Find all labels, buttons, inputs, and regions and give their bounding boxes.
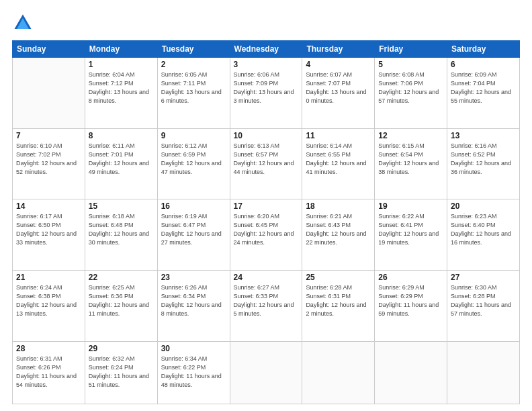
calendar-cell: 17 Sunrise: 6:20 AMSunset: 6:45 PMDaylig… [230,199,302,271]
day-number: 12 [378,131,443,140]
day-info: Sunrise: 6:15 AMSunset: 6:54 PMDaylight:… [378,142,443,177]
day-info: Sunrise: 6:07 AMSunset: 7:07 PMDaylight:… [306,71,371,105]
weekday-header: Monday [85,41,157,58]
day-info: Sunrise: 6:31 AMSunset: 6:26 PMDaylight:… [16,355,81,390]
day-number: 29 [89,344,154,353]
calendar-week-row: 21 Sunrise: 6:24 AMSunset: 6:38 PMDaylig… [13,270,520,341]
calendar-cell [447,341,520,404]
day-number: 6 [451,60,516,69]
calendar-cell: 24 Sunrise: 6:27 AMSunset: 6:33 PMDaylig… [230,270,302,341]
calendar-cell [230,341,302,404]
calendar-cell: 4 Sunrise: 6:07 AMSunset: 7:07 PMDayligh… [302,58,375,129]
calendar-cell: 5 Sunrise: 6:08 AMSunset: 7:06 PMDayligh… [375,58,447,129]
calendar-cell: 6 Sunrise: 6:09 AMSunset: 7:04 PMDayligh… [447,58,520,129]
calendar-cell: 14 Sunrise: 6:17 AMSunset: 6:50 PMDaylig… [13,199,85,271]
day-number: 23 [161,273,226,282]
calendar-cell: 7 Sunrise: 6:10 AMSunset: 7:02 PMDayligh… [13,128,85,199]
day-info: Sunrise: 6:04 AMSunset: 7:12 PMDaylight:… [89,71,154,105]
day-number: 3 [234,60,299,69]
day-number: 26 [378,273,443,282]
calendar-cell: 29 Sunrise: 6:32 AMSunset: 6:24 PMDaylig… [85,341,157,404]
day-number: 18 [306,201,371,211]
calendar-week-row: 1 Sunrise: 6:04 AMSunset: 7:12 PMDayligh… [13,58,520,129]
day-number: 25 [306,273,371,282]
header [12,12,520,34]
calendar-cell [13,58,85,129]
day-number: 17 [234,201,299,211]
logo [12,12,36,34]
day-number: 22 [89,273,154,282]
day-info: Sunrise: 6:08 AMSunset: 7:06 PMDaylight:… [378,71,443,105]
calendar-cell: 10 Sunrise: 6:13 AMSunset: 6:57 PMDaylig… [230,128,302,199]
calendar-cell: 25 Sunrise: 6:28 AMSunset: 6:31 PMDaylig… [302,270,375,341]
day-info: Sunrise: 6:05 AMSunset: 7:11 PMDaylight:… [161,71,226,105]
day-number: 2 [161,60,226,69]
calendar-table: SundayMondayTuesdayWednesdayThursdayFrid… [12,40,520,404]
day-info: Sunrise: 6:28 AMSunset: 6:31 PMDaylight:… [306,283,371,318]
calendar-cell: 16 Sunrise: 6:19 AMSunset: 6:47 PMDaylig… [157,199,230,271]
calendar-cell: 26 Sunrise: 6:29 AMSunset: 6:29 PMDaylig… [375,270,447,341]
day-info: Sunrise: 6:16 AMSunset: 6:52 PMDaylight:… [451,142,516,177]
calendar-cell: 9 Sunrise: 6:12 AMSunset: 6:59 PMDayligh… [157,128,230,199]
calendar-cell: 1 Sunrise: 6:04 AMSunset: 7:12 PMDayligh… [85,58,157,129]
calendar-cell: 12 Sunrise: 6:15 AMSunset: 6:54 PMDaylig… [375,128,447,199]
day-number: 19 [378,201,443,211]
calendar-cell: 19 Sunrise: 6:22 AMSunset: 6:41 PMDaylig… [375,199,447,271]
day-number: 7 [16,131,81,140]
day-number: 14 [16,201,81,211]
calendar-cell: 18 Sunrise: 6:21 AMSunset: 6:43 PMDaylig… [302,199,375,271]
day-number: 5 [378,60,443,69]
day-info: Sunrise: 6:26 AMSunset: 6:34 PMDaylight:… [161,283,226,318]
calendar-week-row: 14 Sunrise: 6:17 AMSunset: 6:50 PMDaylig… [13,199,520,271]
day-number: 9 [161,131,226,140]
calendar-cell: 27 Sunrise: 6:30 AMSunset: 6:28 PMDaylig… [447,270,520,341]
day-number: 20 [451,201,516,211]
calendar-cell: 2 Sunrise: 6:05 AMSunset: 7:11 PMDayligh… [157,58,230,129]
logo-icon [12,12,34,34]
day-info: Sunrise: 6:20 AMSunset: 6:45 PMDaylight:… [234,212,299,247]
calendar-cell: 21 Sunrise: 6:24 AMSunset: 6:38 PMDaylig… [13,270,85,341]
day-info: Sunrise: 6:11 AMSunset: 7:01 PMDaylight:… [89,142,154,177]
day-info: Sunrise: 6:30 AMSunset: 6:28 PMDaylight:… [451,283,516,318]
day-number: 10 [234,131,299,140]
day-info: Sunrise: 6:21 AMSunset: 6:43 PMDaylight:… [306,212,371,247]
weekday-header: Sunday [13,41,85,58]
calendar-cell: 3 Sunrise: 6:06 AMSunset: 7:09 PMDayligh… [230,58,302,129]
calendar-cell [302,341,375,404]
weekday-header: Friday [375,41,447,58]
calendar-cell: 30 Sunrise: 6:34 AMSunset: 6:22 PMDaylig… [157,341,230,404]
day-number: 15 [89,201,154,211]
day-info: Sunrise: 6:29 AMSunset: 6:29 PMDaylight:… [378,283,443,318]
day-info: Sunrise: 6:17 AMSunset: 6:50 PMDaylight:… [16,212,81,247]
day-number: 16 [161,201,226,211]
day-info: Sunrise: 6:18 AMSunset: 6:48 PMDaylight:… [89,212,154,247]
day-number: 30 [161,344,226,353]
day-number: 13 [451,131,516,140]
day-info: Sunrise: 6:14 AMSunset: 6:55 PMDaylight:… [306,142,371,177]
day-info: Sunrise: 6:24 AMSunset: 6:38 PMDaylight:… [16,283,81,318]
weekday-header: Wednesday [230,41,302,58]
calendar-cell: 23 Sunrise: 6:26 AMSunset: 6:34 PMDaylig… [157,270,230,341]
day-number: 21 [16,273,81,282]
calendar-cell: 13 Sunrise: 6:16 AMSunset: 6:52 PMDaylig… [447,128,520,199]
day-info: Sunrise: 6:12 AMSunset: 6:59 PMDaylight:… [161,142,226,177]
weekday-header: Tuesday [157,41,230,58]
calendar-header-row: SundayMondayTuesdayWednesdayThursdayFrid… [13,41,520,58]
calendar-cell: 11 Sunrise: 6:14 AMSunset: 6:55 PMDaylig… [302,128,375,199]
day-info: Sunrise: 6:22 AMSunset: 6:41 PMDaylight:… [378,212,443,247]
calendar-cell [375,341,447,404]
calendar-cell: 20 Sunrise: 6:23 AMSunset: 6:40 PMDaylig… [447,199,520,271]
day-info: Sunrise: 6:06 AMSunset: 7:09 PMDaylight:… [234,71,299,105]
day-number: 1 [89,60,154,69]
day-number: 28 [16,344,81,353]
calendar-week-row: 7 Sunrise: 6:10 AMSunset: 7:02 PMDayligh… [13,128,520,199]
day-info: Sunrise: 6:27 AMSunset: 6:33 PMDaylight:… [234,283,299,318]
calendar-cell: 8 Sunrise: 6:11 AMSunset: 7:01 PMDayligh… [85,128,157,199]
weekday-header: Thursday [302,41,375,58]
calendar-cell: 22 Sunrise: 6:25 AMSunset: 6:36 PMDaylig… [85,270,157,341]
day-number: 11 [306,131,371,140]
day-info: Sunrise: 6:09 AMSunset: 7:04 PMDaylight:… [451,71,516,105]
calendar-cell: 15 Sunrise: 6:18 AMSunset: 6:48 PMDaylig… [85,199,157,271]
day-number: 27 [451,273,516,282]
day-info: Sunrise: 6:10 AMSunset: 7:02 PMDaylight:… [16,142,81,177]
